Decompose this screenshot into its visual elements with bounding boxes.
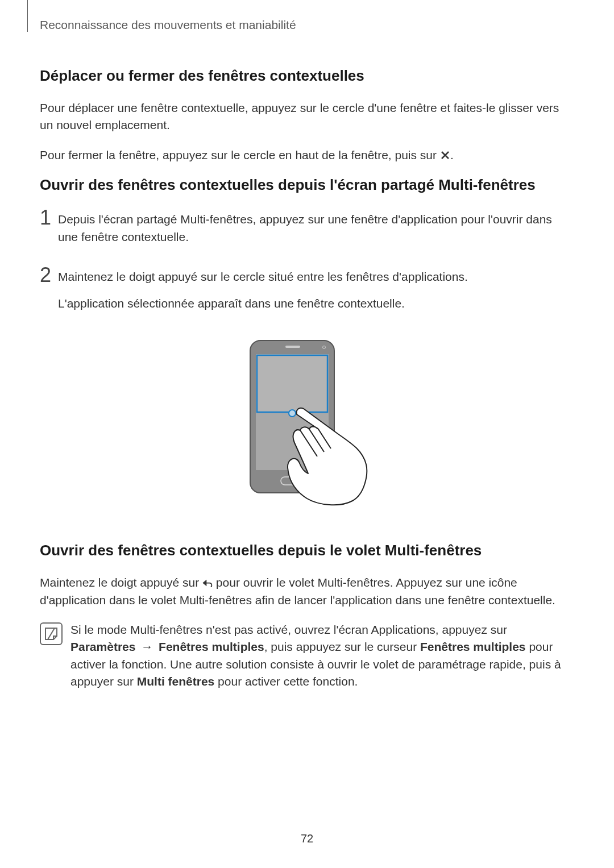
- paragraph-close: Pour fermer la fenêtre, appuyez sur le c…: [40, 147, 574, 164]
- note-text-g: pour activer cette fonction.: [214, 675, 358, 688]
- svg-point-5: [289, 410, 296, 417]
- arrow-separator: →: [141, 640, 153, 653]
- svg-rect-2: [285, 346, 300, 348]
- step-2-number: 2: [40, 265, 58, 285]
- back-icon: [202, 575, 213, 585]
- step-2-body: Maintenez le doigt appuyé sur le cercle …: [58, 266, 574, 321]
- step-2: 2 Maintenez le doigt appuyé sur le cercl…: [40, 266, 574, 321]
- step-1-text: Depuis l'écran partagé Multi-fenêtres, a…: [58, 211, 574, 246]
- close-icon: [440, 148, 450, 158]
- paragraph-move: Pour déplacer une fenêtre contextuelle, …: [40, 99, 574, 134]
- step-2-text-1: Maintenez le doigt appuyé sur le cercle …: [58, 268, 574, 285]
- phone-split-screen-figure: [40, 337, 574, 513]
- paragraph-open-panel: Maintenez le doigt appuyé sur pour ouvri…: [40, 574, 574, 609]
- step-2-text-2: L'application sélectionnée apparaît dans…: [58, 295, 574, 312]
- svg-rect-4: [257, 355, 327, 412]
- note-text-c: , puis appuyez sur le curseur: [264, 640, 420, 653]
- page-content: Reconnaissance des mouvements et maniabi…: [0, 0, 614, 691]
- heading-open-from-split: Ouvrir des fenêtres contextuelles depuis…: [40, 176, 574, 194]
- paragraph-close-text-a: Pour fermer la fenêtre, appuyez sur le c…: [40, 148, 440, 161]
- note-bold-fenetres-multiples-2: Fenêtres multiples: [420, 640, 526, 653]
- note-bold-parametres: Paramètres: [70, 640, 135, 653]
- paragraph-close-text-b: .: [450, 148, 454, 161]
- note-bold-multi-fenetres: Multi fenêtres: [137, 675, 215, 688]
- note-text-a: Si le mode Multi-fenêtres n'est pas acti…: [70, 623, 507, 636]
- heading-move-close: Déplacer ou fermer des fenêtres contextu…: [40, 67, 574, 85]
- note-block: Si le mode Multi-fenêtres n'est pas acti…: [40, 621, 574, 691]
- phone-illustration: [233, 337, 381, 513]
- note-bold-fenetres-multiples-1: Fenêtres multiples: [159, 640, 264, 653]
- note-icon: [40, 622, 63, 645]
- step-1-body: Depuis l'écran partagé Multi-fenêtres, a…: [58, 209, 574, 255]
- step-1-number: 1: [40, 207, 58, 228]
- paragraph-open-panel-a: Maintenez le doigt appuyé sur: [40, 576, 202, 589]
- page-number: 72: [0, 832, 614, 845]
- running-header: Reconnaissance des mouvements et maniabi…: [40, 18, 574, 32]
- page-margin-indicator: [27, 0, 28, 32]
- step-1: 1 Depuis l'écran partagé Multi-fenêtres,…: [40, 209, 574, 255]
- heading-open-from-panel: Ouvrir des fenêtres contextuelles depuis…: [40, 542, 574, 559]
- note-text: Si le mode Multi-fenêtres n'est pas acti…: [70, 621, 574, 691]
- ordered-list: 1 Depuis l'écran partagé Multi-fenêtres,…: [40, 209, 574, 321]
